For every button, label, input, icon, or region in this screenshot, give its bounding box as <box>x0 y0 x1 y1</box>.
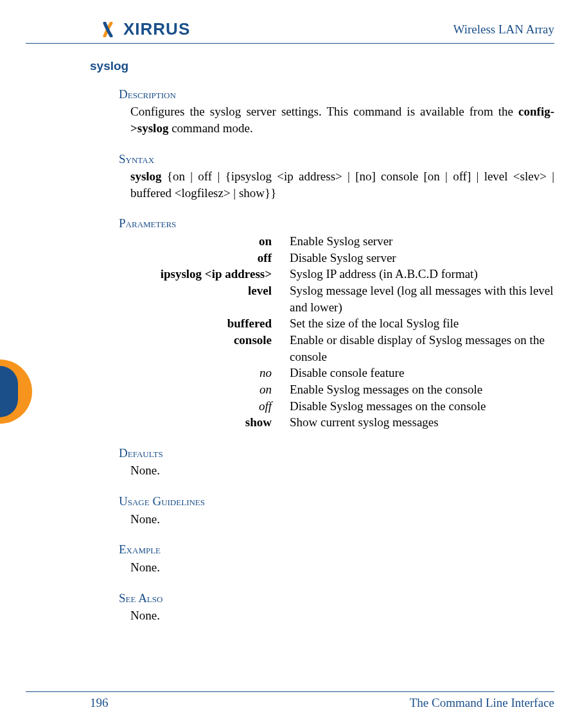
param-val: Show current syslog messages <box>290 414 554 431</box>
param-val: Enable or disable display of Syslog mess… <box>290 332 554 365</box>
param-key: buffered <box>130 315 272 332</box>
param-key: ipsyslog <ip address> <box>130 266 272 282</box>
syntax-label: Syntax <box>119 151 554 168</box>
usage-block: Usage Guidelines None. <box>119 493 554 527</box>
xirrus-logo-icon <box>103 22 122 37</box>
param-val: Disable console feature <box>290 365 554 381</box>
header-title: Wireless LAN Array <box>453 22 554 37</box>
param-key: level <box>130 282 272 315</box>
example-block: Example None. <box>119 541 554 575</box>
syntax-body: syslog {on | off | {ipsyslog <ip address… <box>130 168 554 201</box>
param-key: no <box>130 365 272 381</box>
param-val: Syslog message level (log all messages w… <box>290 282 554 315</box>
description-text-before: Configures the syslog server settings. T… <box>130 105 518 118</box>
param-key: on <box>130 233 272 250</box>
logo-text: XIRRUS <box>123 19 190 39</box>
page-number: 196 <box>90 696 109 710</box>
param-val: Set the size of the local Syslog file <box>290 315 554 332</box>
usage-label: Usage Guidelines <box>119 493 554 510</box>
syntax-rest: {on | off | {ipsyslog <ip address> | [no… <box>130 169 554 200</box>
param-key: console <box>130 332 272 365</box>
param-key: off <box>130 250 272 266</box>
param-val: Enable Syslog server <box>290 233 554 250</box>
param-val: Syslog IP address (in A.B.C.D format) <box>290 266 554 282</box>
seealso-body: None. <box>130 607 554 624</box>
logo: XIRRUS <box>103 19 190 39</box>
defaults-body: None. <box>130 462 554 479</box>
parameters-table: onEnable Syslog serveroffDisable Syslog … <box>130 233 554 431</box>
param-val: Disable Syslog server <box>290 250 554 266</box>
description-text-after: command mode. <box>168 121 252 135</box>
param-val: Enable Syslog messages on the console <box>290 381 554 398</box>
param-val: Disable Syslog messages on the console <box>290 398 554 415</box>
parameters-label: Parameters <box>119 215 554 232</box>
example-body: None. <box>130 559 554 576</box>
usage-body: None. <box>130 511 554 528</box>
description-body: Configures the syslog server settings. T… <box>130 103 554 136</box>
defaults-block: Defaults None. <box>119 445 554 479</box>
chapter-title: The Command Line Interface <box>410 696 554 710</box>
seealso-label: See Also <box>119 590 554 607</box>
page-header: XIRRUS Wireless LAN Array <box>26 19 554 44</box>
seealso-block: See Also None. <box>119 590 554 624</box>
param-key: on <box>130 381 272 398</box>
syntax-cmd: syslog <box>130 169 162 183</box>
description-block: Description Configures the syslog server… <box>119 86 554 137</box>
content-area: syslog Description Configures the syslog… <box>26 44 554 624</box>
side-tab-icon <box>0 360 32 424</box>
param-key: show <box>130 414 272 431</box>
syntax-block: Syntax syslog {on | off | {ipsyslog <ip … <box>119 151 554 202</box>
parameters-block: Parameters onEnable Syslog serveroffDisa… <box>119 215 554 430</box>
example-label: Example <box>119 541 554 558</box>
description-label: Description <box>119 86 554 103</box>
param-key: off <box>130 398 272 415</box>
section-title: syslog <box>90 58 554 74</box>
defaults-label: Defaults <box>119 445 554 462</box>
page-footer: 196 The Command Line Interface <box>26 691 554 710</box>
